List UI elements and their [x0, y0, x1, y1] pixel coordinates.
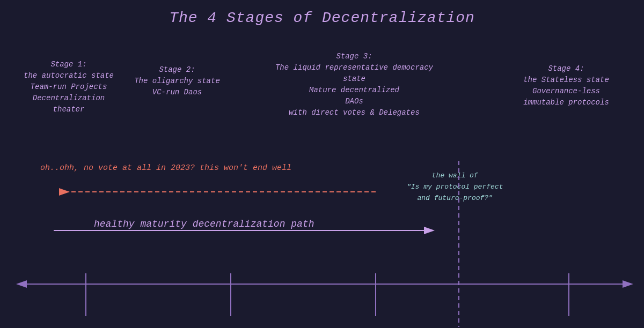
stage1-block: Stage 1: the autocratic state Team-run P…: [10, 59, 128, 115]
stage4-label: Stage 4: the Stateless state Governance-…: [494, 63, 639, 108]
healthy-path-annotation: healthy maturity decentralization path: [94, 219, 314, 229]
stage1-label: Stage 1: the autocratic state Team-run P…: [10, 59, 128, 115]
stage2-block: Stage 2: The oligarchy state VC-run Daos: [123, 64, 231, 98]
page-title: The 4 Stages of Decentralization: [0, 0, 644, 26]
wall-annotation: the wall of "Is my protocol perfect and …: [407, 170, 503, 204]
stage4-block: Stage 4: the Stateless state Governance-…: [494, 63, 639, 108]
stage3-label: Stage 3: The liquid representative democ…: [263, 51, 445, 118]
regression-annotation: oh..ohh, no vote at all in 2023? this wo…: [40, 163, 291, 173]
main-canvas: The 4 Stages of Decentralization Stage 1…: [0, 0, 644, 328]
stage2-label: Stage 2: The oligarchy state VC-run Daos: [123, 64, 231, 98]
stage3-block: Stage 3: The liquid representative democ…: [263, 51, 445, 118]
